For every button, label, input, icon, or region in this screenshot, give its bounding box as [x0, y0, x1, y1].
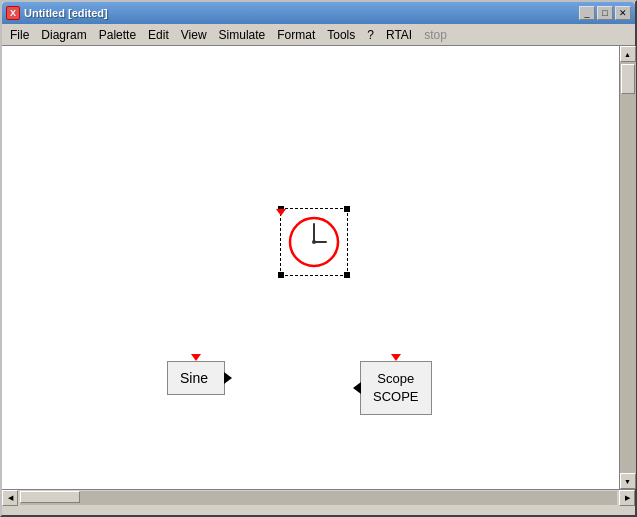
scroll-down-button[interactable]: ▼ [620, 473, 636, 489]
canvas-area[interactable]: Sine Scope SCOPE [2, 46, 619, 489]
minimize-button[interactable]: _ [579, 6, 595, 20]
main-window: X Untitled [edited] _ □ ✕ File Diagram P… [0, 0, 637, 517]
right-scrollbar: ▲ ▼ [619, 46, 635, 489]
scroll-track-h[interactable] [20, 491, 617, 505]
menu-stop[interactable]: stop [418, 26, 453, 44]
scroll-track-v[interactable] [620, 62, 636, 473]
menu-format[interactable]: Format [271, 26, 321, 44]
clock-component[interactable] [280, 208, 348, 276]
scope-label: Scope SCOPE [373, 370, 419, 406]
scroll-thumb-h[interactable] [20, 491, 80, 503]
scroll-left-button[interactable]: ◀ [2, 490, 18, 506]
sine-output-indicator [191, 354, 201, 361]
title-bar-left: X Untitled [edited] [6, 6, 108, 20]
clock-icon [280, 208, 348, 276]
menu-rtai[interactable]: RTAI [380, 26, 418, 44]
svg-point-3 [312, 240, 316, 244]
menu-tools[interactable]: Tools [321, 26, 361, 44]
sine-label: Sine [180, 370, 208, 386]
menu-help[interactable]: ? [361, 26, 380, 44]
scope-input-port [353, 382, 361, 394]
sine-output-port [224, 372, 232, 384]
scope-input-indicator [391, 354, 401, 361]
menu-edit[interactable]: Edit [142, 26, 175, 44]
sine-block[interactable]: Sine [167, 361, 225, 395]
title-bar-buttons: _ □ ✕ [579, 6, 631, 20]
menu-palette[interactable]: Palette [93, 26, 142, 44]
window-title: Untitled [edited] [24, 7, 108, 19]
menu-diagram[interactable]: Diagram [35, 26, 92, 44]
menu-view[interactable]: View [175, 26, 213, 44]
maximize-button[interactable]: □ [597, 6, 613, 20]
scroll-up-button[interactable]: ▲ [620, 46, 636, 62]
title-bar: X Untitled [edited] _ □ ✕ [2, 2, 635, 24]
close-button[interactable]: ✕ [615, 6, 631, 20]
menu-bar: File Diagram Palette Edit View Simulate … [2, 24, 635, 46]
menu-simulate[interactable]: Simulate [213, 26, 272, 44]
scroll-thumb-v[interactable] [621, 64, 635, 94]
scope-block[interactable]: Scope SCOPE [360, 361, 432, 415]
menu-file[interactable]: File [4, 26, 35, 44]
bottom-scrollbar: ◀ ▶ [2, 489, 635, 505]
window-icon: X [6, 6, 20, 20]
inner-area: Sine Scope SCOPE ▲ ▼ [2, 46, 635, 489]
scroll-right-button[interactable]: ▶ [619, 490, 635, 506]
